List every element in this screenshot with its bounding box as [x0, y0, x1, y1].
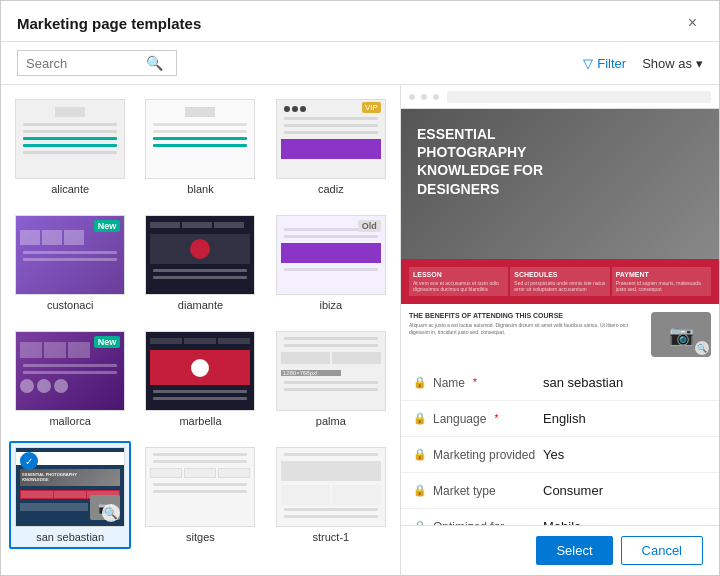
show-as-button[interactable]: Show as ▾	[642, 56, 703, 71]
nav-url-bar	[447, 91, 711, 103]
property-value-marketing: Yes	[543, 447, 707, 462]
template-name-blank: blank	[187, 183, 213, 195]
cancel-button[interactable]: Cancel	[621, 536, 703, 565]
preview-camera-magnify: 🔍	[695, 341, 709, 355]
hero-line2: PHOTOGRAPHY	[417, 144, 526, 160]
template-item-ibiza[interactable]: Old ibiza	[270, 209, 392, 317]
marketing-templates-dialog: Marketing page templates × 🔍 ▽ Filter Sh…	[0, 0, 720, 576]
lock-icon-name: 🔒	[413, 376, 427, 389]
preview-bottom-body: Aliquam ac justo a est luctus euismod. D…	[409, 322, 643, 335]
select-button[interactable]: Select	[536, 536, 612, 565]
property-label-marketing: 🔒 Marketing provided	[413, 448, 543, 462]
template-preview: ESSENTIAL PHOTOGRAPHY KNOWLEDGE FOR DESI…	[401, 85, 719, 365]
template-name-san-sebastian: san sebastian	[36, 531, 104, 543]
property-value-language: English	[543, 411, 707, 426]
hero-line4: DESIGNERS	[417, 181, 499, 197]
template-item-san-sebastian[interactable]: ✓ ESSENTIAL PHOTOGRAPHYKNOWLEDGE	[9, 441, 131, 549]
template-item-diamante[interactable]: diamante	[139, 209, 261, 317]
property-value-name: san sebastian	[543, 375, 707, 390]
magnify-icon: 🔍	[102, 504, 120, 522]
template-item-alicante[interactable]: alicante	[9, 93, 131, 201]
preview-camera-image: 📷 🔍	[651, 312, 711, 357]
property-value-market-type: Consumer	[543, 483, 707, 498]
badge-old-ibiza: Old	[358, 220, 381, 232]
template-item-blank[interactable]: blank	[139, 93, 261, 201]
template-name-alicante: alicante	[51, 183, 89, 195]
card-text-schedules: Sed ut perspiciatis unde omnis iste natu…	[514, 280, 605, 292]
template-thumb-blank	[145, 99, 255, 179]
template-item-cadiz[interactable]: VIP cadiz	[270, 93, 392, 201]
template-thumb-mallorca: New	[15, 331, 125, 411]
template-item-palma[interactable]: 1280×768px! palma	[270, 325, 392, 433]
template-name-diamante: diamante	[178, 299, 223, 311]
template-thumb-diamante	[145, 215, 255, 295]
dialog-body: alicante blank	[1, 85, 719, 575]
template-name-cadiz: cadiz	[318, 183, 344, 195]
template-thumb-cadiz: VIP	[276, 99, 386, 179]
card-title-payment: PAYMENT	[616, 271, 707, 278]
preview-card-lesson: LESSON At vero eos et accusamus et iusto…	[409, 267, 508, 296]
template-name-sitges: sitges	[186, 531, 215, 543]
template-thumb-ibiza: Old	[276, 215, 386, 295]
label-marketing: Marketing provided	[433, 448, 535, 462]
label-name: Name	[433, 376, 465, 390]
template-name-marbella: marbella	[179, 415, 221, 427]
preview-bottom-text: THE BENEFITS OF ATTENDING THIS COURSE Al…	[409, 312, 643, 357]
property-label-language: 🔒 Language *	[413, 412, 543, 426]
dialog-footer: Select Cancel	[401, 525, 719, 575]
label-market-type: Market type	[433, 484, 496, 498]
template-thumb-sitges	[145, 447, 255, 527]
template-item-mallorca[interactable]: New	[9, 325, 131, 433]
show-as-label: Show as	[642, 56, 692, 71]
preview-card-schedules: SCHEDULES Sed ut perspiciatis unde omnis…	[510, 267, 609, 296]
template-thumb-custonaci: New	[15, 215, 125, 295]
search-box: 🔍	[17, 50, 177, 76]
nav-circle-3	[433, 94, 439, 100]
preview-bottom-title: THE BENEFITS OF ATTENDING THIS COURSE	[409, 312, 643, 319]
preview-cards-section: LESSON At vero eos et accusamus et iusto…	[401, 259, 719, 304]
template-item-sitges[interactable]: sitges	[139, 441, 261, 549]
dialog-toolbar: 🔍 ▽ Filter Show as ▾	[1, 42, 719, 85]
required-star-language: *	[494, 413, 498, 424]
lock-icon-market-type: 🔒	[413, 484, 427, 497]
template-name-custonaci: custonaci	[47, 299, 93, 311]
property-row-market-type: 🔒 Market type Consumer	[401, 473, 719, 509]
template-name-palma: palma	[316, 415, 346, 427]
lock-icon-language: 🔒	[413, 412, 427, 425]
badge-new-custonaci: New	[94, 220, 121, 232]
search-icon: 🔍	[146, 55, 163, 71]
close-button[interactable]: ×	[682, 13, 703, 33]
search-input[interactable]	[26, 56, 146, 71]
template-thumb-alicante	[15, 99, 125, 179]
template-name-mallorca: mallorca	[49, 415, 91, 427]
preview-card-payment: PAYMENT Praesent id sapien mauris, males…	[612, 267, 711, 296]
label-language: Language	[433, 412, 486, 426]
preview-bottom: THE BENEFITS OF ATTENDING THIS COURSE Al…	[401, 304, 719, 365]
hero-line1: ESSENTIAL	[417, 126, 496, 142]
filter-button[interactable]: ▽ Filter	[583, 56, 626, 71]
template-grid: alicante blank	[9, 93, 392, 549]
preview-hero-text: ESSENTIAL PHOTOGRAPHY KNOWLEDGE FOR DESI…	[417, 125, 543, 198]
property-row-language: 🔒 Language * English	[401, 401, 719, 437]
filter-icon: ▽	[583, 56, 593, 71]
property-row-marketing: 🔒 Marketing provided Yes	[401, 437, 719, 473]
template-name-struct1: struct-1	[312, 531, 349, 543]
template-thumb-palma: 1280×768px!	[276, 331, 386, 411]
template-thumb-marbella	[145, 331, 255, 411]
template-name-ibiza: ibiza	[320, 299, 343, 311]
chevron-down-icon: ▾	[696, 56, 703, 71]
nav-circle-2	[421, 94, 427, 100]
filter-label: Filter	[597, 56, 626, 71]
preview-nav	[401, 85, 719, 109]
template-list: alicante blank	[1, 85, 401, 575]
properties-panel: 🔒 Name * san sebastian 🔒 Language * Engl…	[401, 365, 719, 525]
template-item-marbella[interactable]: marbella	[139, 325, 261, 433]
card-text-payment: Praesent id sapien mauris, malesuada jus…	[616, 280, 707, 292]
property-label-name: 🔒 Name *	[413, 376, 543, 390]
template-item-struct1[interactable]: struct-1	[270, 441, 392, 549]
required-star-name: *	[473, 377, 477, 388]
template-item-custonaci[interactable]: New custonaci	[9, 209, 131, 317]
dialog-title: Marketing page templates	[17, 15, 201, 32]
nav-circle-1	[409, 94, 415, 100]
badge-new-mallorca: New	[94, 336, 121, 348]
